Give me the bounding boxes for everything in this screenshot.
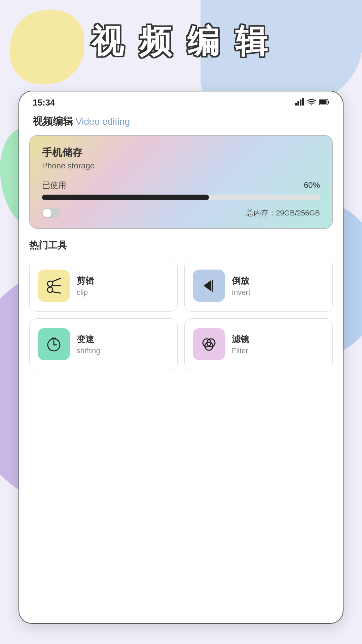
- app-title-en: Video editing: [76, 116, 130, 127]
- filter-icon: [200, 335, 218, 353]
- svg-rect-0: [295, 103, 297, 106]
- storage-percent: 60%: [304, 180, 320, 190]
- storage-used-label: 已使用: [42, 180, 66, 191]
- storage-title-en: Phone storage: [42, 161, 320, 170]
- svg-rect-7: [320, 100, 327, 104]
- app-title-cn: 视频编辑: [33, 115, 73, 128]
- tool-card-invert[interactable]: 倒放 Invert: [184, 260, 333, 312]
- battery-icon: [319, 98, 329, 107]
- filter-name-cn: 滤镜: [232, 333, 249, 345]
- status-bar: 15:34: [19, 91, 343, 111]
- status-time: 15:34: [33, 97, 55, 108]
- clip-name-cn: 剪辑: [77, 275, 94, 287]
- shifting-name-cn: 变速: [77, 333, 100, 345]
- svg-rect-1: [297, 101, 299, 106]
- filter-icon-box: [193, 328, 225, 360]
- tools-grid: 剪辑 clip 倒放 Invert: [29, 260, 333, 370]
- svg-marker-13: [204, 280, 211, 291]
- filter-tool-text: 滤镜 Filter: [232, 333, 249, 355]
- hot-tools-section: 热门工具 剪辑 clip: [19, 239, 343, 370]
- storage-progress-fill: [42, 195, 209, 200]
- clip-tool-text: 剪辑 clip: [77, 275, 94, 297]
- clip-icon-box: [38, 270, 70, 302]
- phone-mockup: 15:34: [19, 91, 343, 624]
- svg-line-11: [52, 292, 61, 293]
- storage-bottom-row: 总内存：29GB/256GB: [42, 208, 320, 218]
- shifting-icon-box: [38, 328, 70, 360]
- invert-name-en: Invert: [232, 288, 250, 297]
- main-title: 视 频 编 辑: [91, 20, 271, 64]
- app-header: 视频编辑 Video editing: [19, 111, 343, 135]
- storage-card: 手机储存 Phone storage 已使用 60% 总内存：29GB/256G…: [29, 135, 333, 229]
- storage-total: 总内存：29GB/256GB: [246, 208, 320, 218]
- wifi-icon: [307, 98, 316, 108]
- storage-title-cn: 手机储存: [42, 146, 320, 160]
- svg-point-4: [311, 104, 312, 105]
- tool-card-clip[interactable]: 剪辑 clip: [29, 260, 178, 312]
- clip-name-en: clip: [77, 288, 94, 297]
- invert-icon-box: [193, 270, 225, 302]
- filter-name-en: Filter: [232, 347, 249, 355]
- scissors-icon: [45, 277, 63, 294]
- invert-name-cn: 倒放: [232, 275, 250, 287]
- hot-tools-title: 热门工具: [29, 239, 333, 252]
- storage-toggle[interactable]: [42, 208, 61, 218]
- storage-usage-row: 已使用 60%: [42, 180, 320, 191]
- status-icons: [295, 98, 329, 108]
- signal-icon: [295, 98, 304, 108]
- timer-icon: [45, 335, 63, 353]
- rewind-icon: [200, 277, 218, 294]
- tool-card-filter[interactable]: 滤镜 Filter: [184, 318, 333, 370]
- storage-toggle-knob: [43, 209, 51, 217]
- svg-line-10: [52, 278, 61, 282]
- shifting-tool-text: 变速 shifting: [77, 333, 100, 355]
- shifting-name-en: shifting: [77, 347, 100, 355]
- invert-tool-text: 倒放 Invert: [232, 275, 250, 297]
- storage-progress-bar: [42, 195, 320, 200]
- tool-card-shifting[interactable]: 变速 shifting: [29, 318, 178, 370]
- bg-decoration-yellow: [10, 10, 84, 84]
- svg-rect-2: [300, 99, 301, 106]
- svg-rect-3: [302, 98, 304, 106]
- svg-rect-6: [328, 101, 329, 104]
